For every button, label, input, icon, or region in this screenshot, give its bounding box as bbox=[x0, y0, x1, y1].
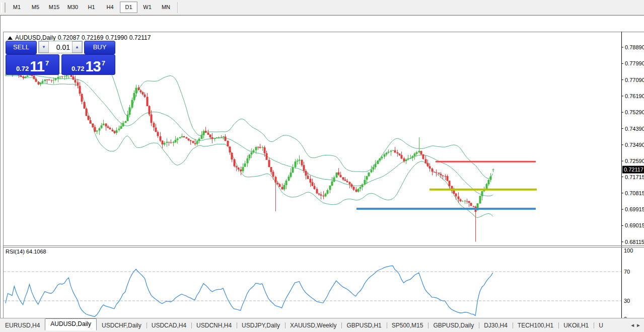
candle-body bbox=[329, 186, 331, 190]
chart-tab-usdcnh-h4[interactable]: USDCNH,H4 bbox=[191, 320, 237, 330]
candle-body bbox=[346, 181, 348, 183]
candle-body bbox=[92, 124, 94, 127]
rsi-indicator-label: RSI(14) 64.1068 bbox=[6, 248, 46, 255]
bollinger-middle-band bbox=[6, 73, 493, 196]
ohlc-high: 0.72169 bbox=[82, 34, 103, 41]
candle-body bbox=[190, 140, 192, 141]
chart-tab-gbpusd-h1[interactable]: GBPUSD,H1 bbox=[341, 320, 386, 330]
candle-body bbox=[214, 138, 216, 139]
candle-body bbox=[342, 177, 344, 180]
timeframe-button-h4[interactable]: H4 bbox=[101, 2, 119, 13]
chart-tab-eurusd-h4[interactable]: EURUSD,H4 bbox=[0, 320, 45, 330]
volume-increase-button[interactable]: ▲ bbox=[72, 41, 82, 53]
candle-body bbox=[397, 152, 399, 153]
candle-body bbox=[264, 147, 266, 153]
candle-body bbox=[305, 171, 307, 176]
candle-body bbox=[373, 167, 375, 170]
candle-body bbox=[25, 77, 27, 78]
chart-tab-bar: EURUSD,H4AUDUSD,DailyUSDCHF,DailyUSDCAD,… bbox=[0, 318, 644, 330]
candle-body bbox=[135, 88, 137, 93]
chart-tab-usdjpy-daily[interactable]: USDJPY,Daily bbox=[237, 320, 285, 330]
candle-body bbox=[238, 168, 240, 170]
candle-body bbox=[253, 150, 255, 152]
chart-tab-gbpusd-daily[interactable]: GBPUSD,Daily bbox=[428, 320, 479, 330]
candle-body bbox=[179, 137, 181, 138]
candle-body bbox=[259, 147, 261, 148]
volume-decrease-button[interactable]: ▼ bbox=[39, 41, 49, 53]
chart-tab-dj30-h4[interactable]: DJ30,H4 bbox=[479, 320, 513, 330]
candle-body bbox=[349, 182, 351, 185]
candle-body bbox=[303, 165, 305, 171]
candle-body bbox=[270, 167, 272, 172]
candle-body bbox=[186, 137, 188, 138]
chart-tab-u[interactable]: U bbox=[594, 320, 608, 330]
bid-price-box[interactable]: 0.72 11 7 bbox=[6, 54, 59, 75]
candle-body bbox=[44, 79, 46, 81]
chart-tab-usdcad-h4[interactable]: USDCAD,H4 bbox=[147, 320, 191, 330]
candle-body bbox=[218, 137, 220, 138]
candle-body bbox=[73, 76, 75, 79]
candle-body bbox=[23, 76, 25, 78]
candle-body bbox=[364, 180, 366, 185]
chart-tab-ukoil-h1[interactable]: UKOil,H1 bbox=[558, 320, 594, 330]
ohlc-open: 0.72087 bbox=[58, 34, 80, 41]
candle-body bbox=[355, 190, 357, 192]
timeframe-button-w1[interactable]: W1 bbox=[138, 2, 156, 13]
candle-body bbox=[188, 139, 190, 140]
toolbar-grip[interactable] bbox=[1, 3, 6, 13]
ask-price-box[interactable]: 0.72 13 7 bbox=[61, 54, 115, 75]
price-axis-label: 0.72590 bbox=[625, 158, 644, 164]
chart-tab-sp500-m15[interactable]: SP500,M15 bbox=[387, 320, 428, 330]
timeframe-button-m1[interactable]: M1 bbox=[8, 2, 26, 13]
candle-body bbox=[316, 189, 318, 194]
timeframe-button-mn[interactable]: MN bbox=[157, 2, 175, 13]
toolbar-separator bbox=[177, 2, 178, 13]
candle-body bbox=[266, 153, 268, 160]
candle-body bbox=[160, 136, 162, 141]
sell-button[interactable]: SELL bbox=[6, 41, 37, 54]
candle-body bbox=[59, 76, 61, 77]
candle-body bbox=[144, 95, 146, 97]
candle-body bbox=[312, 182, 314, 186]
chart-tab-usdchf-daily[interactable]: USDCHF,Daily bbox=[97, 320, 147, 330]
timeframe-button-h1[interactable]: H1 bbox=[83, 2, 100, 13]
candle-body bbox=[127, 115, 129, 121]
candle-body bbox=[129, 107, 131, 115]
candle-body bbox=[464, 201, 466, 201]
candle-body bbox=[216, 137, 218, 138]
bid-price-pips: 11 bbox=[30, 60, 44, 73]
candle-body bbox=[449, 181, 451, 186]
price-axis-label: 0.70815 bbox=[625, 190, 644, 196]
candle-body bbox=[307, 176, 309, 179]
chart-tab-xauusd-weekly[interactable]: XAUUSD,Weekly bbox=[285, 320, 341, 330]
timeframe-button-m15[interactable]: M15 bbox=[45, 2, 63, 13]
candle-body bbox=[381, 157, 383, 158]
candle-body bbox=[285, 181, 288, 185]
candle-body bbox=[164, 143, 166, 144]
tabs-scroll-left-icon[interactable]: ◄ bbox=[630, 322, 635, 329]
candle-body bbox=[460, 199, 462, 201]
candle-body bbox=[227, 141, 229, 146]
volume-input[interactable] bbox=[49, 41, 72, 53]
candle-body bbox=[320, 195, 322, 196]
buy-button[interactable]: BUY bbox=[84, 41, 115, 54]
ohlc-close: 0.72117 bbox=[129, 34, 151, 41]
rsi-line bbox=[6, 266, 493, 316]
candle-body bbox=[35, 79, 37, 82]
candle-body bbox=[416, 152, 418, 154]
tabs-scroll-right-icon[interactable]: ► bbox=[636, 322, 641, 329]
candle-body bbox=[479, 196, 481, 203]
chart-tab-tech100-h1[interactable]: TECH100,H1 bbox=[513, 320, 558, 330]
candle-body bbox=[473, 206, 475, 207]
candle-body bbox=[64, 76, 66, 77]
timeframe-button-m5[interactable]: M5 bbox=[27, 2, 44, 13]
price-axis-label: 0.77090 bbox=[625, 77, 644, 83]
candle-body bbox=[86, 109, 88, 116]
candle-body bbox=[366, 176, 368, 180]
candle-body bbox=[249, 155, 251, 158]
timeframe-button-d1[interactable]: D1 bbox=[120, 2, 137, 13]
candle-body bbox=[323, 196, 325, 197]
timeframe-button-m30[interactable]: M30 bbox=[64, 2, 82, 13]
price-axis-label: 0.71715 bbox=[625, 174, 644, 180]
chart-tab-audusd-daily[interactable]: AUDUSD,Daily bbox=[45, 318, 97, 330]
